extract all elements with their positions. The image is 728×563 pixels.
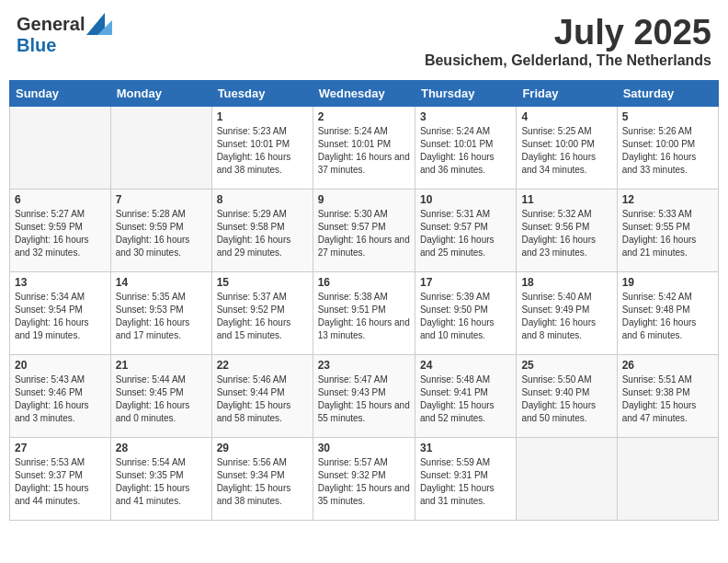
day-number: 28 xyxy=(116,442,207,454)
day-info: Sunrise: 5:24 AMSunset: 10:01 PMDaylight… xyxy=(318,125,410,177)
calendar-table: SundayMondayTuesdayWednesdayThursdayFrid… xyxy=(9,80,719,521)
day-number: 17 xyxy=(420,276,511,289)
day-info: Sunrise: 5:39 AMSunset: 9:50 PMDaylight:… xyxy=(420,291,511,342)
day-info: Sunrise: 5:56 AMSunset: 9:34 PMDaylight:… xyxy=(217,456,308,508)
day-number: 8 xyxy=(217,193,308,206)
day-info: Sunrise: 5:31 AMSunset: 9:57 PMDaylight:… xyxy=(420,208,511,259)
calendar-cell: 29Sunrise: 5:56 AMSunset: 9:34 PMDayligh… xyxy=(211,438,313,521)
calendar-header-row: SundayMondayTuesdayWednesdayThursdayFrid… xyxy=(10,81,719,107)
calendar-week-4: 20Sunrise: 5:43 AMSunset: 9:46 PMDayligh… xyxy=(10,355,719,438)
calendar-cell: 4Sunrise: 5:25 AMSunset: 10:00 PMDayligh… xyxy=(517,107,617,190)
calendar-cell xyxy=(10,107,111,190)
day-info: Sunrise: 5:59 AMSunset: 9:31 PMDaylight:… xyxy=(420,456,511,508)
day-header-monday: Monday xyxy=(110,81,211,107)
day-number: 30 xyxy=(318,442,410,454)
day-info: Sunrise: 5:25 AMSunset: 10:00 PMDaylight… xyxy=(521,125,611,177)
day-number: 14 xyxy=(116,276,207,289)
logo: General Blue xyxy=(17,13,116,56)
calendar-cell: 10Sunrise: 5:31 AMSunset: 9:57 PMDayligh… xyxy=(415,190,516,272)
day-info: Sunrise: 5:54 AMSunset: 9:35 PMDaylight:… xyxy=(116,456,207,508)
calendar-cell: 31Sunrise: 5:59 AMSunset: 9:31 PMDayligh… xyxy=(415,438,516,521)
calendar-cell: 22Sunrise: 5:46 AMSunset: 9:44 PMDayligh… xyxy=(211,355,313,438)
logo-icon xyxy=(86,13,116,35)
day-number: 6 xyxy=(15,193,106,206)
calendar-week-3: 13Sunrise: 5:34 AMSunset: 9:54 PMDayligh… xyxy=(10,272,719,355)
day-number: 22 xyxy=(217,359,308,372)
calendar-cell: 27Sunrise: 5:53 AMSunset: 9:37 PMDayligh… xyxy=(10,438,111,521)
calendar-cell: 1Sunrise: 5:23 AMSunset: 10:01 PMDayligh… xyxy=(211,107,313,190)
day-info: Sunrise: 5:27 AMSunset: 9:59 PMDaylight:… xyxy=(15,208,106,259)
day-number: 18 xyxy=(521,276,611,289)
day-number: 21 xyxy=(116,359,207,372)
day-number: 13 xyxy=(15,276,106,289)
day-number: 4 xyxy=(521,110,611,123)
day-info: Sunrise: 5:42 AMSunset: 9:48 PMDaylight:… xyxy=(622,291,713,342)
day-header-saturday: Saturday xyxy=(617,81,718,107)
day-info: Sunrise: 5:40 AMSunset: 9:49 PMDaylight:… xyxy=(521,291,611,342)
day-info: Sunrise: 5:30 AMSunset: 9:57 PMDaylight:… xyxy=(318,208,410,259)
day-info: Sunrise: 5:44 AMSunset: 9:45 PMDaylight:… xyxy=(116,373,207,425)
calendar-cell: 20Sunrise: 5:43 AMSunset: 9:46 PMDayligh… xyxy=(10,355,111,438)
day-header-sunday: Sunday xyxy=(10,81,111,107)
day-number: 5 xyxy=(622,110,713,123)
day-number: 11 xyxy=(521,193,611,206)
calendar-cell: 19Sunrise: 5:42 AMSunset: 9:48 PMDayligh… xyxy=(617,272,718,355)
location-title: Beusichem, Gelderland, The Netherlands xyxy=(425,52,711,69)
day-number: 25 xyxy=(521,359,611,372)
day-info: Sunrise: 5:28 AMSunset: 9:59 PMDaylight:… xyxy=(116,208,207,259)
day-header-thursday: Thursday xyxy=(415,81,516,107)
calendar-cell: 6Sunrise: 5:27 AMSunset: 9:59 PMDaylight… xyxy=(10,190,111,272)
day-number: 2 xyxy=(318,110,410,123)
day-info: Sunrise: 5:24 AMSunset: 10:01 PMDaylight… xyxy=(420,125,511,177)
calendar-cell: 14Sunrise: 5:35 AMSunset: 9:53 PMDayligh… xyxy=(110,272,211,355)
calendar-cell: 2Sunrise: 5:24 AMSunset: 10:01 PMDayligh… xyxy=(313,107,415,190)
day-info: Sunrise: 5:23 AMSunset: 10:01 PMDaylight… xyxy=(217,125,308,177)
day-number: 10 xyxy=(420,193,511,206)
day-number: 1 xyxy=(217,110,308,123)
day-info: Sunrise: 5:37 AMSunset: 9:52 PMDaylight:… xyxy=(217,291,308,342)
day-number: 9 xyxy=(318,193,410,206)
calendar-cell: 8Sunrise: 5:29 AMSunset: 9:58 PMDaylight… xyxy=(211,190,313,272)
day-number: 12 xyxy=(622,193,713,206)
day-number: 20 xyxy=(15,359,106,372)
calendar-cell: 3Sunrise: 5:24 AMSunset: 10:01 PMDayligh… xyxy=(415,107,516,190)
calendar-cell: 11Sunrise: 5:32 AMSunset: 9:56 PMDayligh… xyxy=(517,190,617,272)
page-header: General Blue July 2025 Beusichem, Gelder… xyxy=(9,9,719,73)
day-info: Sunrise: 5:33 AMSunset: 9:55 PMDaylight:… xyxy=(622,208,713,259)
day-number: 29 xyxy=(217,442,308,454)
day-number: 16 xyxy=(318,276,410,289)
day-info: Sunrise: 5:48 AMSunset: 9:41 PMDaylight:… xyxy=(420,373,511,425)
calendar-cell: 26Sunrise: 5:51 AMSunset: 9:38 PMDayligh… xyxy=(617,355,718,438)
day-info: Sunrise: 5:51 AMSunset: 9:38 PMDaylight:… xyxy=(622,373,713,425)
day-info: Sunrise: 5:32 AMSunset: 9:56 PMDaylight:… xyxy=(521,208,611,259)
day-number: 3 xyxy=(420,110,511,123)
day-info: Sunrise: 5:57 AMSunset: 9:32 PMDaylight:… xyxy=(318,456,410,508)
calendar-cell: 12Sunrise: 5:33 AMSunset: 9:55 PMDayligh… xyxy=(617,190,718,272)
day-header-tuesday: Tuesday xyxy=(211,81,313,107)
day-info: Sunrise: 5:47 AMSunset: 9:43 PMDaylight:… xyxy=(318,373,410,425)
day-info: Sunrise: 5:34 AMSunset: 9:54 PMDaylight:… xyxy=(15,291,106,342)
calendar-cell: 30Sunrise: 5:57 AMSunset: 9:32 PMDayligh… xyxy=(313,438,415,521)
day-info: Sunrise: 5:43 AMSunset: 9:46 PMDaylight:… xyxy=(15,373,106,425)
day-number: 23 xyxy=(318,359,410,372)
calendar-cell: 24Sunrise: 5:48 AMSunset: 9:41 PMDayligh… xyxy=(415,355,516,438)
calendar-cell: 17Sunrise: 5:39 AMSunset: 9:50 PMDayligh… xyxy=(415,272,516,355)
calendar-cell: 25Sunrise: 5:50 AMSunset: 9:40 PMDayligh… xyxy=(517,355,617,438)
logo-general-text: General xyxy=(17,14,85,35)
calendar-week-5: 27Sunrise: 5:53 AMSunset: 9:37 PMDayligh… xyxy=(10,438,719,521)
day-number: 7 xyxy=(116,193,207,206)
day-number: 15 xyxy=(217,276,308,289)
title-section: July 2025 Beusichem, Gelderland, The Net… xyxy=(425,13,711,69)
day-number: 31 xyxy=(420,442,511,454)
calendar-cell: 13Sunrise: 5:34 AMSunset: 9:54 PMDayligh… xyxy=(10,272,111,355)
calendar-cell: 16Sunrise: 5:38 AMSunset: 9:51 PMDayligh… xyxy=(313,272,415,355)
calendar-cell: 7Sunrise: 5:28 AMSunset: 9:59 PMDaylight… xyxy=(110,190,211,272)
day-info: Sunrise: 5:35 AMSunset: 9:53 PMDaylight:… xyxy=(116,291,207,342)
day-info: Sunrise: 5:50 AMSunset: 9:40 PMDaylight:… xyxy=(521,373,611,425)
day-number: 26 xyxy=(622,359,713,372)
calendar-cell: 15Sunrise: 5:37 AMSunset: 9:52 PMDayligh… xyxy=(211,272,313,355)
calendar-cell: 21Sunrise: 5:44 AMSunset: 9:45 PMDayligh… xyxy=(110,355,211,438)
day-info: Sunrise: 5:46 AMSunset: 9:44 PMDaylight:… xyxy=(217,373,308,425)
calendar-cell: 5Sunrise: 5:26 AMSunset: 10:00 PMDayligh… xyxy=(617,107,718,190)
calendar-cell xyxy=(617,438,718,521)
